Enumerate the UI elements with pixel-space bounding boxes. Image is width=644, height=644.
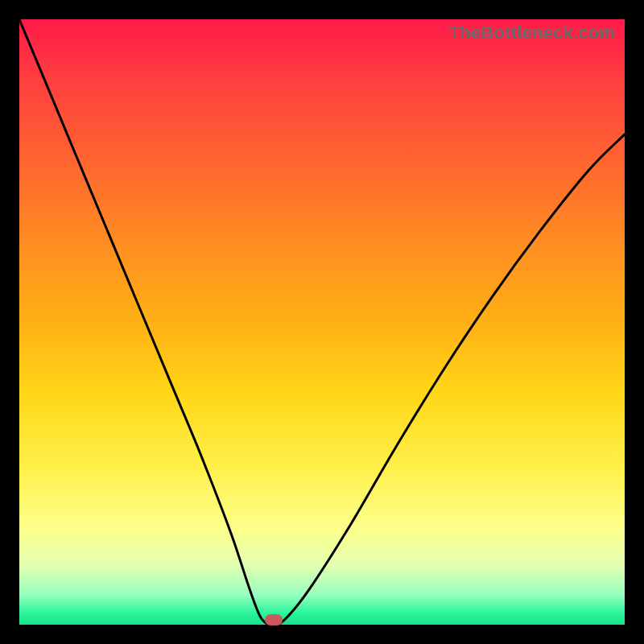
chart-stage: TheBottleneck.com [0, 0, 644, 644]
plot-area: TheBottleneck.com [19, 19, 625, 625]
bottleneck-marker [265, 614, 283, 625]
bottleneck-curve [19, 19, 625, 625]
